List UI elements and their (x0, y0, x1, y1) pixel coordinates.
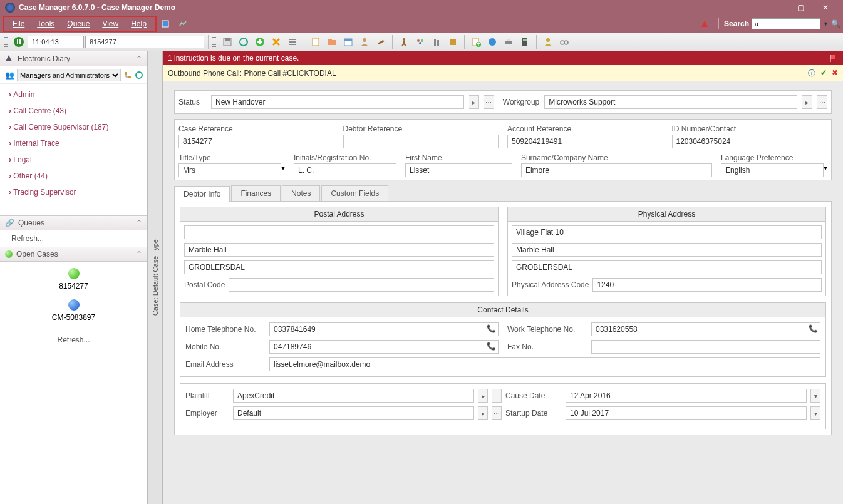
tab-finances[interactable]: Finances (231, 185, 281, 201)
physical-code-input[interactable] (592, 278, 822, 292)
list-icon[interactable] (285, 34, 300, 49)
cases-refresh-link[interactable]: Refresh... (57, 336, 90, 344)
sidebar-item-call-centre[interactable]: Call Centre (43) (0, 103, 147, 119)
menu-queue[interactable]: Queue (61, 18, 96, 29)
language-dropdown-icon[interactable]: ▾ (824, 163, 827, 177)
save-icon[interactable] (220, 34, 235, 49)
maximize-button[interactable]: ▢ (788, 0, 813, 15)
globe-icon[interactable] (485, 34, 500, 49)
initials-input[interactable] (294, 163, 396, 177)
new-doc-icon[interactable]: + (468, 34, 484, 49)
queues-panel-header[interactable]: 🔗 Queues ⌃ (0, 215, 147, 230)
status-field[interactable]: New Handover (211, 95, 464, 109)
cause-date-dropdown-icon[interactable]: ▾ (810, 389, 820, 403)
queues-refresh-link[interactable]: Refresh... (0, 230, 147, 247)
menu-help[interactable]: Help (125, 18, 153, 29)
first-name-input[interactable] (405, 163, 512, 177)
search-dropdown-icon[interactable]: ▼ (823, 21, 829, 27)
minimize-button[interactable]: — (763, 0, 788, 15)
refresh-icon[interactable] (236, 34, 251, 49)
title-type-input[interactable] (178, 163, 281, 177)
sidebar-item-call-centre-supervisor[interactable]: Call Centre Supervisor (187) (0, 119, 147, 135)
postal-line3[interactable] (184, 260, 494, 274)
menu-tools[interactable]: Tools (31, 18, 61, 29)
surname-input[interactable] (521, 163, 712, 177)
toolbar-icon-1[interactable] (160, 19, 170, 29)
debtor-ref-input[interactable] (343, 135, 499, 148)
toolbar-icon-2[interactable] (178, 19, 188, 29)
phone-icon[interactable]: 📞 (487, 342, 496, 351)
mobile-input[interactable] (269, 340, 499, 354)
calculator-icon[interactable] (517, 34, 532, 49)
case-ref-input[interactable] (178, 135, 334, 148)
employer-expand-icon[interactable]: ▸ (478, 406, 488, 420)
sidebar-item-admin[interactable]: Admin (0, 86, 147, 103)
package-icon[interactable] (445, 34, 460, 49)
plaintiff-input[interactable] (233, 389, 474, 403)
phone-icon[interactable]: 📞 (809, 324, 818, 333)
toolbar-grip[interactable] (4, 37, 8, 47)
tab-custom-fields[interactable]: Custom Fields (321, 185, 388, 201)
postal-line1[interactable] (184, 225, 494, 239)
startup-date-input[interactable] (566, 406, 807, 420)
physical-line1[interactable] (512, 225, 822, 239)
sidebar-item-internal-trace[interactable]: Internal Trace (0, 135, 147, 152)
fax-input[interactable] (591, 340, 820, 354)
open-case-item[interactable]: 8154277 (59, 282, 88, 291)
info-icon[interactable]: ⓘ (808, 68, 815, 79)
case-status-orb[interactable] (68, 268, 80, 279)
email-input[interactable] (269, 357, 820, 371)
menu-view[interactable]: View (96, 18, 125, 29)
physical-line2[interactable] (512, 243, 822, 257)
cause-date-input[interactable] (566, 389, 807, 403)
alert-flag-icon[interactable] (829, 54, 838, 63)
case-status-orb[interactable] (68, 299, 80, 311)
sidebar-item-legal[interactable]: Legal (0, 152, 147, 168)
alert-indicator-icon[interactable] (700, 19, 710, 29)
print-icon[interactable] (501, 34, 516, 49)
menu-file[interactable]: File (6, 18, 31, 29)
diary-panel-header[interactable]: Electronic Diary ⌃ (0, 51, 147, 66)
group-icon[interactable] (413, 34, 428, 49)
vertical-case-tab[interactable]: Case: Default Case Type (148, 51, 163, 504)
accept-icon[interactable]: ✔ (820, 68, 827, 79)
folder-icon[interactable] (324, 34, 339, 49)
plaintiff-expand-icon[interactable]: ▸ (478, 389, 488, 403)
employer-more-icon[interactable]: ⋯ (492, 406, 502, 420)
postal-line2[interactable] (184, 243, 494, 257)
home-phone-input[interactable] (269, 322, 499, 336)
sidebar-item-tracing-supervisor[interactable]: Tracing Supervisor (0, 184, 147, 200)
open-cases-panel-header[interactable]: Open Cases ⌃ (0, 247, 147, 262)
tab-notes[interactable]: Notes (282, 185, 320, 201)
search-icon[interactable]: 🔍 (831, 19, 840, 28)
employer-input[interactable] (233, 406, 474, 420)
startup-date-dropdown-icon[interactable]: ▾ (810, 406, 820, 420)
document-icon[interactable] (308, 34, 323, 49)
work-phone-input[interactable] (591, 322, 820, 336)
title-dropdown-icon[interactable]: ▾ (281, 163, 285, 177)
account-ref-input[interactable] (507, 135, 663, 148)
physical-line3[interactable] (512, 260, 822, 274)
building-icon[interactable] (429, 34, 444, 49)
workgroup-field[interactable]: Microworks Support (544, 95, 797, 109)
close-button[interactable]: ✕ (813, 0, 838, 15)
id-number-input[interactable] (672, 135, 828, 148)
gavel-icon[interactable] (373, 34, 388, 49)
play-pause-button[interactable] (11, 34, 26, 49)
case-number-display[interactable]: 8154277 (85, 36, 204, 48)
user-icon[interactable] (357, 34, 372, 49)
phone-icon[interactable]: 📞 (487, 324, 496, 333)
postal-code-input[interactable] (229, 278, 494, 292)
add-icon[interactable] (252, 34, 267, 49)
group-selector[interactable]: Managers and Administrators (17, 69, 121, 81)
refresh-sidebar-icon[interactable] (135, 69, 143, 81)
tab-debtor-info[interactable]: Debtor Info (174, 186, 230, 202)
toolbar-grip-2[interactable] (212, 37, 216, 47)
delete-icon[interactable] (269, 34, 284, 49)
tree-config-icon[interactable] (123, 69, 132, 81)
calendar-icon[interactable] (341, 34, 356, 49)
workgroup-more-icon[interactable]: ⋯ (817, 95, 827, 109)
sidebar-item-other[interactable]: Other (44) (0, 168, 147, 184)
language-input[interactable] (721, 163, 824, 177)
glasses-icon[interactable] (557, 34, 572, 49)
